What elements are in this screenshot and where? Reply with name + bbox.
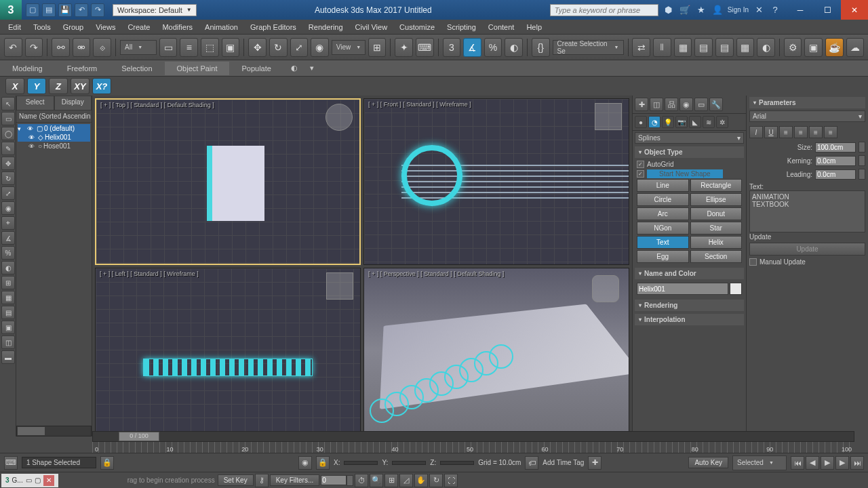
render-setup-button[interactable]: ⚙ xyxy=(784,38,802,57)
select-region-button[interactable]: ⬚ xyxy=(201,38,219,57)
cat-geometry-icon[interactable]: ● xyxy=(635,116,647,128)
minimize-button[interactable]: ─ xyxy=(787,0,814,20)
menu-views[interactable]: Views xyxy=(90,21,121,33)
keyfilters-button[interactable]: Key Filters... xyxy=(270,474,320,486)
ribbon-freeform[interactable]: Freeform xyxy=(55,62,110,75)
mirror-button[interactable]: ⇄ xyxy=(632,38,650,57)
menu-tools[interactable]: Tools xyxy=(28,21,56,33)
expand-icon[interactable]: ✚ xyxy=(588,456,601,470)
cat-cameras-icon[interactable]: 📷 xyxy=(675,116,688,128)
lock-icon[interactable]: 🔒 xyxy=(100,456,114,470)
timeconfig-icon[interactable]: ⏱ xyxy=(355,474,368,487)
rollout-parameters[interactable]: Parameters xyxy=(749,97,865,108)
render-frame-button[interactable]: ▣ xyxy=(804,38,823,57)
color-swatch[interactable] xyxy=(730,283,742,295)
viewcube-icon[interactable] xyxy=(326,272,353,300)
viewcube-icon[interactable] xyxy=(592,275,619,302)
open-icon[interactable]: ▤ xyxy=(42,3,56,17)
menu-modifiers[interactable]: Modifiers xyxy=(157,21,198,33)
viewport-left[interactable]: [ + ] [ Left ] [ Standard ] [ Wireframe … xyxy=(95,268,361,434)
menu-content[interactable]: Content xyxy=(483,21,520,33)
object-name-input[interactable] xyxy=(637,283,728,295)
btn-section[interactable]: Section xyxy=(690,250,743,263)
menu-rendering[interactable]: Rendering xyxy=(303,21,349,33)
star-icon[interactable]: ★ xyxy=(695,4,707,16)
refcoord-dropdown[interactable]: View▼ xyxy=(332,40,366,55)
subscription-icon[interactable]: ⬢ xyxy=(663,4,675,16)
autokey-button[interactable]: Auto Key xyxy=(688,457,728,468)
kerning-spinner[interactable] xyxy=(859,155,865,166)
viewport-front[interactable]: [ + ] [ Front ] [ Standard ] [ Wireframe… xyxy=(363,98,629,265)
cat-spacewarps-icon[interactable]: ≋ xyxy=(703,116,715,128)
manipulate-button[interactable]: ✦ xyxy=(395,38,413,57)
axis-z-button[interactable]: Z xyxy=(49,78,68,94)
prev-frame-icon[interactable]: ◀ xyxy=(806,456,819,470)
setkey-button[interactable]: Set Key xyxy=(218,474,254,486)
toggle-ribbon-button[interactable]: ▤ xyxy=(694,38,713,57)
align-right-button[interactable]: ≡ xyxy=(809,126,823,138)
render-online-button[interactable]: ☁ xyxy=(846,38,865,57)
cmd-utilities-icon[interactable]: 🔧 xyxy=(709,98,723,111)
isolate-icon[interactable]: ◉ xyxy=(298,456,312,470)
undo-button[interactable]: ↶ xyxy=(4,38,22,57)
search-input[interactable] xyxy=(550,4,658,16)
workspace-dropdown[interactable]: Workspace: Default▼ xyxy=(113,4,197,16)
manual-update-check[interactable]: Manual Update xyxy=(749,258,865,266)
cmd-create-icon[interactable]: ✚ xyxy=(635,98,648,111)
align-justify-button[interactable]: ≡ xyxy=(824,126,837,138)
leading-spinner[interactable] xyxy=(859,169,865,180)
align-left-button[interactable]: ≡ xyxy=(779,126,793,138)
time-ruler[interactable]: 01020 304050 607080 90100 xyxy=(92,442,854,453)
cat-helpers-icon[interactable]: ◣ xyxy=(689,116,701,128)
nav-orbit-icon[interactable]: ↻ xyxy=(429,474,443,487)
menu-civilview[interactable]: Civil View xyxy=(350,21,393,33)
goto-end-icon[interactable]: ⏭ xyxy=(850,456,864,470)
btn-rectangle[interactable]: Rectangle xyxy=(690,179,743,192)
cmd-hierarchy-icon[interactable]: 品 xyxy=(665,98,678,111)
frame-input[interactable] xyxy=(321,475,347,485)
addtag-label[interactable]: Add Time Tag xyxy=(542,459,584,466)
ribbon-populate[interactable]: Populate xyxy=(229,62,283,75)
align-center-button[interactable]: ≡ xyxy=(794,126,808,138)
keyfilters-icon[interactable]: ⚷ xyxy=(255,474,269,487)
nav-zoom-icon[interactable]: 🔍 xyxy=(370,474,383,487)
rollout-interpolation[interactable]: Interpolation xyxy=(635,314,744,325)
ribbon-modeling[interactable]: Modeling xyxy=(0,62,55,75)
autogrid-check[interactable]: ✓AutoGrid xyxy=(637,160,742,169)
menu-scripting[interactable]: Scripting xyxy=(441,21,481,33)
viewport-top[interactable]: [ + ] [ Top ] [ Standard ] [ Default Sha… xyxy=(95,98,361,265)
nav-pan-icon[interactable]: ✋ xyxy=(414,474,428,487)
goto-start-icon[interactable]: ⏮ xyxy=(791,456,804,470)
btn-donut[interactable]: Donut xyxy=(690,207,743,220)
btn-arc[interactable]: Arc xyxy=(637,207,689,220)
btn-text[interactable]: Text xyxy=(637,236,689,249)
time-slider-knob[interactable]: 0 / 100 xyxy=(119,432,159,441)
text-input[interactable] xyxy=(749,190,865,232)
leading-input[interactable] xyxy=(815,169,856,180)
save-icon[interactable]: 💾 xyxy=(58,3,72,17)
timeline[interactable]: 0 / 100 01020 304050 607080 90100 xyxy=(92,431,854,453)
font-dropdown[interactable]: Arial▾ xyxy=(749,110,865,122)
nav-fov-icon[interactable]: ◿ xyxy=(399,474,413,487)
redo-button[interactable]: ↷ xyxy=(25,38,43,57)
menu-group[interactable]: Group xyxy=(58,21,90,33)
axis-options-button[interactable]: X? xyxy=(92,78,111,94)
user-icon[interactable]: 👤 xyxy=(711,4,724,16)
category-dropdown[interactable]: Splines▾ xyxy=(635,132,744,144)
maximize-button[interactable]: ☐ xyxy=(814,0,841,20)
timetag-icon[interactable]: 🏷 xyxy=(525,456,538,470)
menu-create[interactable]: Create xyxy=(122,21,155,33)
rollout-namecolor[interactable]: Name and Color xyxy=(635,268,744,279)
cart-icon[interactable]: 🛒 xyxy=(679,4,691,16)
maxscript-icon[interactable]: ⌨ xyxy=(4,456,18,470)
size-spinner[interactable] xyxy=(859,142,865,152)
viewcube-icon[interactable] xyxy=(326,104,353,131)
rollout-objecttype[interactable]: Object Type xyxy=(635,146,744,158)
cat-shapes-icon[interactable]: ◔ xyxy=(648,116,660,128)
btn-ellipse[interactable]: Ellipse xyxy=(690,193,743,206)
curve-editor-button[interactable]: ▤ xyxy=(715,38,734,57)
select-name-button[interactable]: ≡ xyxy=(180,38,198,57)
signin-label[interactable]: Sign In xyxy=(728,6,749,14)
help-icon[interactable]: ? xyxy=(769,4,781,16)
next-frame-icon[interactable]: ▶ xyxy=(835,456,849,470)
